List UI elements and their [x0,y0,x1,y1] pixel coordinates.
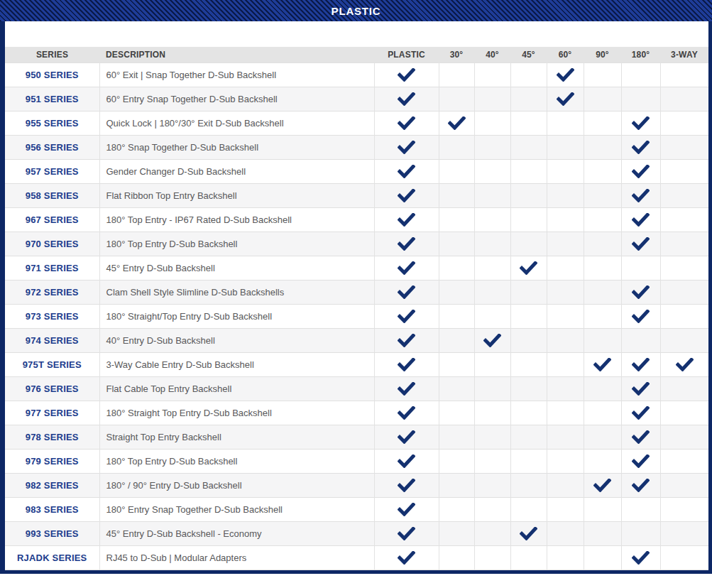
check-cell-180 [621,256,660,280]
table-row: 951 SERIES60° Entry Snap Together D-Sub … [5,87,708,111]
series-link[interactable]: 982 SERIES [5,473,99,497]
check-cell-40 [474,111,510,135]
check-cell-plastic [374,304,439,328]
column-header-45: 45° [510,47,547,62]
check-cell-40 [474,376,510,401]
series-link[interactable]: 976 SERIES [5,376,99,401]
series-link[interactable]: 975T SERIES [5,352,99,376]
check-icon [398,527,415,540]
series-link[interactable]: 958 SERIES [5,183,99,207]
check-cell-90 [584,473,621,497]
check-cell-30 [439,62,474,87]
table-header: SERIESDESCRIPTIONPLASTIC30°40°45°60°90°1… [5,47,708,62]
category-banner: PLASTIC [0,0,712,21]
check-cell-60 [547,304,584,328]
check-icon [520,527,537,540]
check-cell-45 [510,521,547,545]
check-cell-plastic [374,473,439,497]
check-cell-45 [510,352,547,376]
series-description: Flat Ribbon Top Entry Backshell [99,183,374,207]
check-cell-3way [660,256,708,280]
table-row: 957 SERIESGender Changer D-Sub Backshell [5,159,708,183]
table-row: 958 SERIESFlat Ribbon Top Entry Backshel… [5,183,708,207]
check-icon [632,116,650,130]
series-link[interactable]: 979 SERIES [5,449,99,473]
check-cell-180 [621,497,660,521]
series-link[interactable]: 971 SERIES [5,256,99,280]
check-cell-45 [510,207,547,232]
check-cell-45 [510,256,547,280]
check-cell-45 [510,62,547,87]
check-icon [398,261,415,275]
check-cell-180 [621,376,660,401]
series-description: Gender Changer D-Sub Backshell [99,159,374,183]
check-icon [398,382,415,396]
check-cell-40 [474,328,510,352]
series-description: 180° Straight/Top Entry D-Sub Backshell [99,304,374,328]
series-link[interactable]: 951 SERIES [5,87,99,111]
check-cell-3way [660,545,708,570]
check-cell-40 [474,497,510,521]
series-description: Flat Cable Top Entry Backshell [99,376,374,401]
check-cell-30 [439,376,474,401]
series-description: 60° Entry Snap Together D-Sub Backshell [99,87,374,111]
check-icon [448,116,466,130]
check-cell-60 [547,473,584,497]
table-row: 976 SERIESFlat Cable Top Entry Backshell [5,376,708,401]
check-cell-45 [510,425,547,449]
check-cell-3way [660,473,708,497]
series-link[interactable]: 977 SERIES [5,401,99,425]
series-link[interactable]: 974 SERIES [5,328,99,352]
check-cell-30 [439,304,474,328]
series-link[interactable]: 993 SERIES [5,521,99,545]
series-description: 180° Entry Snap Together D-Sub Backshell [99,497,374,521]
check-cell-180 [621,425,660,449]
check-cell-180 [621,207,660,232]
series-link[interactable]: 956 SERIES [5,135,99,159]
series-link[interactable]: 970 SERIES [5,232,99,256]
table-row: 978 SERIESStraight Top Entry Backshell [5,425,708,449]
series-link[interactable]: RJADK SERIES [5,545,99,570]
column-header-plastic: PLASTIC [374,47,439,62]
check-cell-plastic [374,376,439,401]
check-cell-60 [547,232,584,256]
column-header-40: 40° [474,47,510,62]
check-cell-40 [474,352,510,376]
check-cell-60 [547,280,584,304]
check-cell-plastic [374,545,439,570]
check-cell-60 [547,111,584,135]
check-cell-90 [584,497,621,521]
check-cell-180 [621,352,660,376]
check-cell-3way [660,111,708,135]
column-header-60: 60° [547,47,584,62]
check-icon [632,358,650,371]
series-link[interactable]: 950 SERIES [5,62,99,87]
series-link[interactable]: 978 SERIES [5,425,99,449]
check-cell-60 [547,521,584,545]
check-cell-plastic [374,62,439,87]
check-cell-60 [547,425,584,449]
check-icon [676,358,694,371]
series-link[interactable]: 972 SERIES [5,280,99,304]
check-cell-30 [439,87,474,111]
series-link[interactable]: 973 SERIES [5,304,99,328]
check-cell-40 [474,207,510,232]
column-header-series: SERIES [5,47,99,62]
check-cell-3way [660,352,708,376]
series-link[interactable]: 967 SERIES [5,207,99,232]
check-cell-180 [621,159,660,183]
series-link[interactable]: 983 SERIES [5,497,99,521]
check-cell-90 [584,87,621,111]
check-cell-30 [439,545,474,570]
check-icon [632,141,650,154]
series-link[interactable]: 957 SERIES [5,159,99,183]
table-row: 975T SERIES3-Way Cable Entry D-Sub Backs… [5,352,708,376]
check-icon [632,285,650,299]
check-cell-90 [584,183,621,207]
series-link[interactable]: 955 SERIES [5,111,99,135]
check-cell-90 [584,328,621,352]
check-cell-plastic [374,232,439,256]
check-cell-45 [510,401,547,425]
check-cell-30 [439,280,474,304]
check-icon [398,479,415,492]
